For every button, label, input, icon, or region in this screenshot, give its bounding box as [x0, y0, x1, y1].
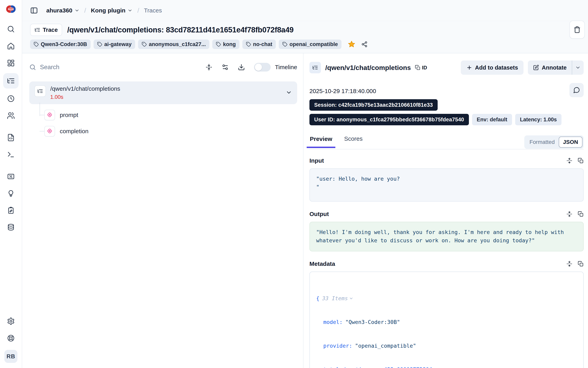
chat-bubble-icon [573, 87, 580, 94]
session-badge[interactable]: Session: c42fca19b75e13aac2b2106610f81e3… [309, 99, 438, 111]
sidebar-item-support[interactable] [6, 333, 16, 343]
tag-chip[interactable]: kong [212, 39, 239, 49]
sidebar-item-playground[interactable] [6, 149, 16, 160]
sidebar-item-home[interactable] [6, 41, 16, 51]
expand-chevron-icon[interactable] [349, 296, 353, 301]
sidebar-item-search[interactable] [6, 24, 16, 34]
filter-settings-icon[interactable] [222, 64, 229, 71]
tag-chip[interactable]: Qwen3-Coder:30B [30, 39, 91, 49]
chevron-down-icon [127, 8, 133, 13]
copy-icon[interactable] [578, 261, 584, 267]
collapse-all-icon[interactable] [205, 64, 212, 71]
copy-icon[interactable] [578, 158, 584, 164]
sidebar-item-users[interactable] [6, 110, 16, 121]
annotate-dropdown-chevron[interactable] [572, 60, 584, 75]
left-rail: RB [0, 0, 22, 368]
sidebar-item-dashboard[interactable] [6, 58, 16, 68]
trace-title: /qwen/v1/chat/completions: 83cd78211d41e… [67, 26, 294, 34]
search-input[interactable] [40, 64, 151, 71]
tree-root-row[interactable]: /qwen/v1/chat/completions 1.00s [29, 82, 297, 104]
breadcrumb-section[interactable]: Kong plugin [91, 7, 133, 14]
delete-trace-button[interactable] [569, 20, 585, 39]
formatted-toggle[interactable]: Formatted [525, 137, 559, 147]
observation-tree-panel: Timeline /qwen/v1/chat/completions 1.00s [22, 53, 303, 368]
app-logo[interactable] [5, 4, 16, 14]
collapse-section-icon[interactable] [566, 261, 573, 267]
tree-children: prompt completion [39, 104, 297, 139]
chevron-down-icon[interactable] [286, 89, 292, 96]
add-to-datasets-button[interactable]: Add to datasets [461, 60, 524, 75]
panel-left-toggle-icon[interactable] [30, 7, 38, 14]
top-header: ahura360 / Kong plugin / Traces [22, 0, 588, 21]
collapse-section-icon[interactable] [566, 157, 573, 164]
annotate-button[interactable]: Annotate [528, 60, 572, 75]
generation-badge [44, 126, 55, 137]
comments-button[interactable] [569, 83, 584, 97]
share-icon[interactable] [361, 41, 368, 47]
download-icon[interactable] [238, 64, 245, 71]
tree-item-prompt[interactable]: prompt [39, 107, 297, 123]
tag-chip[interactable]: anonymous_c1fca27... [138, 39, 209, 49]
search-icon [7, 25, 15, 33]
input-content: "user: Hello, how are you? " [309, 168, 584, 202]
breadcrumb-section-label: Kong plugin [91, 7, 125, 14]
detail-title: /qwen/v1/chat/completions [325, 64, 411, 72]
json-toggle[interactable]: JSON [559, 137, 582, 148]
input-line: " [316, 184, 319, 190]
tab-scores[interactable]: Scores [341, 135, 366, 148]
tag-chip[interactable]: openai_compatible [279, 39, 341, 49]
json-colon: : [349, 342, 352, 350]
sidebar-item-prompts[interactable] [6, 132, 16, 143]
breadcrumb-separator: / [83, 7, 88, 14]
breadcrumb: ahura360 / Kong plugin / Traces [46, 7, 162, 14]
timeline-toggle[interactable] [254, 63, 271, 72]
breadcrumb-page[interactable]: Traces [144, 7, 162, 14]
trace-node-badge [34, 85, 46, 97]
sidebar-item-sessions[interactable] [6, 93, 16, 104]
user-avatar[interactable]: RB [4, 350, 17, 363]
database-icon [7, 223, 15, 231]
sidebar-item-traces[interactable] [3, 73, 19, 89]
json-colon: : [339, 318, 342, 326]
lightbulb-icon [7, 190, 15, 197]
observation-detail-panel: /qwen/v1/chat/completions ID Add to data… [303, 53, 588, 368]
breadcrumb-separator: / [136, 7, 141, 14]
tab-preview[interactable]: Preview [307, 136, 335, 148]
copy-icon [415, 65, 420, 70]
sidebar-item-evaluators[interactable] [6, 171, 16, 182]
tag-chip[interactable]: no-chat [242, 39, 276, 49]
toggle-knob [255, 64, 262, 71]
breadcrumb-project-label: ahura360 [46, 7, 72, 14]
tag-label: no-chat [253, 41, 272, 47]
tree-item-completion[interactable]: completion [39, 123, 297, 139]
json-value: "openai_compatible" [355, 342, 416, 350]
output-line: "Hello! I'm doing well, thank you for as… [316, 229, 564, 235]
sidebar-item-datasets[interactable] [6, 222, 16, 233]
edit-pen-icon [533, 65, 539, 71]
tag-label: anonymous_c1fca27... [149, 41, 206, 47]
bookmark-star-icon[interactable] [348, 40, 356, 48]
logo-icon [6, 5, 16, 14]
tag-label: openai_compatible [289, 41, 338, 47]
list-tree-icon [312, 65, 318, 71]
copy-icon[interactable] [578, 211, 584, 217]
sidebar-item-settings[interactable] [6, 316, 16, 326]
annotate-label: Annotate [542, 64, 567, 71]
tag-chip[interactable]: ai-gateway [94, 39, 135, 49]
sidebar-item-annotation[interactable] [6, 205, 16, 216]
metadata-json-viewer: { 33 Items model:"Qwen3-Coder:30B" provi… [309, 272, 584, 368]
sidebar-item-judges[interactable] [6, 188, 16, 199]
collapse-section-icon[interactable] [566, 211, 573, 217]
lifebuoy-icon [7, 334, 15, 342]
tag-icon [97, 42, 102, 47]
json-value: 433.00008773804 [384, 366, 432, 368]
user-id-badge[interactable]: User ID: anonymous_c1fca2795bbedc5f36678… [309, 114, 469, 125]
clipboard-pen-icon [7, 207, 15, 214]
copy-id-button[interactable]: ID [415, 65, 427, 71]
home-icon [7, 42, 15, 50]
tag-row: Qwen3-Coder:30B ai-gateway anonymous_c1f… [30, 39, 580, 49]
breadcrumb-project[interactable]: ahura360 [46, 7, 80, 14]
latency-badge: Latency: 1.00s [515, 114, 561, 125]
json-entry: model:"Qwen3-Coder:30B" [316, 318, 577, 326]
file-code-icon [7, 134, 15, 141]
